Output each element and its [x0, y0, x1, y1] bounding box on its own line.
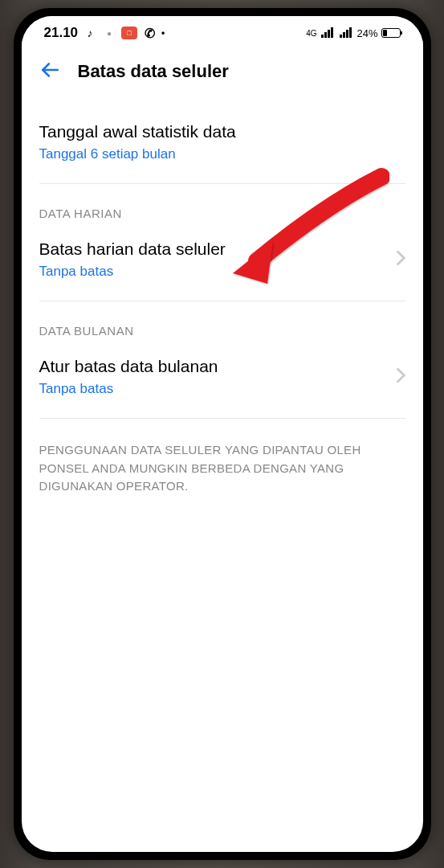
- chevron-right-icon: [396, 367, 405, 387]
- monthly-limit-subtitle: Tanpa batas: [39, 381, 405, 397]
- status-time: 21.10: [44, 25, 79, 41]
- content-area: Tanggal awal statistik data Tanggal 6 se…: [22, 100, 423, 512]
- stats-start-subtitle: Tanggal 6 setiap bulan: [39, 146, 405, 162]
- screen: 21.10 ♪ ● □ ✆ • 4G 24%: [22, 16, 423, 852]
- status-bar: 21.10 ♪ ● □ ✆ • 4G 24%: [22, 16, 423, 47]
- phone-frame: 21.10 ♪ ● □ ✆ • 4G 24%: [14, 8, 431, 860]
- daily-limit-subtitle: Tanpa batas: [39, 264, 405, 280]
- monthly-data-limit-item[interactable]: Atur batas data bulanan Tanpa batas: [39, 342, 405, 411]
- divider: [39, 418, 405, 419]
- divider: [39, 183, 405, 184]
- disclaimer-text: PENGGUNAAN DATA SELULER YANG DIPANTAU OL…: [39, 425, 405, 512]
- battery-percent-label: 24%: [356, 27, 377, 39]
- app-header: Batas data seluler: [22, 47, 423, 100]
- monthly-section-header: DATA BULANAN: [39, 308, 405, 342]
- daily-section-header: DATA HARIAN: [39, 190, 405, 225]
- notification-badge-icon: □: [121, 27, 137, 39]
- battery-icon: [381, 28, 401, 38]
- stats-start-title: Tanggal awal statistik data: [39, 122, 405, 141]
- daily-data-limit-item[interactable]: Batas harian data seluler Tanpa batas: [39, 225, 405, 294]
- signal-type-label: 4G: [306, 29, 316, 38]
- signal-bars-icon-2: [340, 28, 352, 38]
- status-dot-icon: ●: [102, 26, 116, 40]
- status-bar-left: 21.10 ♪ ● □ ✆ •: [44, 25, 165, 41]
- back-arrow-icon: [39, 59, 60, 80]
- back-button[interactable]: [39, 59, 60, 84]
- chevron-right-icon: [396, 250, 405, 269]
- status-bar-right: 4G 24%: [306, 27, 400, 39]
- tiktok-icon: ♪: [83, 26, 97, 40]
- daily-limit-title: Batas harian data seluler: [39, 240, 405, 259]
- page-title: Batas data seluler: [78, 61, 229, 82]
- signal-bars-icon-1: [321, 28, 333, 38]
- phone-icon: ✆: [142, 26, 157, 40]
- status-more-icon: •: [161, 27, 165, 39]
- divider: [39, 301, 405, 301]
- stats-start-date-item[interactable]: Tanggal awal statistik data Tanggal 6 se…: [39, 100, 405, 177]
- monthly-limit-title: Atur batas data bulanan: [39, 357, 405, 376]
